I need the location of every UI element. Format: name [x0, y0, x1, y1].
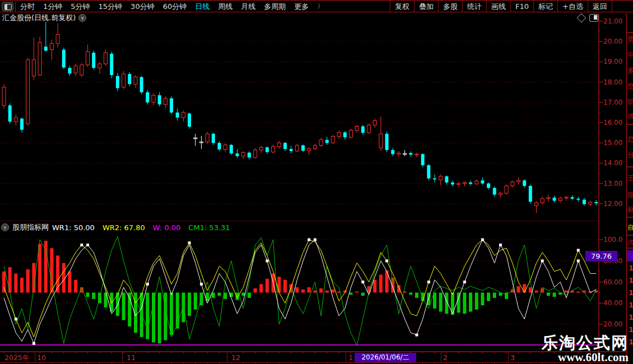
sliver-digit: 1 — [629, 276, 633, 284]
axis-separator — [35, 352, 35, 362]
menu-F10[interactable]: F10 — [510, 1, 533, 12]
layout-panel-icon[interactable] — [2, 2, 13, 11]
readout-3: CM1: 53.31 — [188, 223, 230, 232]
watermark-url: www.60lt.com — [542, 351, 629, 363]
year-label: 2025年 — [4, 353, 29, 363]
indicator-values: WR1: 50.00WR2: 67.80W: 0.00CM1: 53.31 — [52, 223, 230, 232]
more-arrow-icon[interactable]: 〉 — [317, 2, 324, 11]
price-label: 19.00 — [603, 58, 627, 66]
axis-separator — [227, 352, 227, 362]
stock-title[interactable]: 汇金股份(日线.前复权) — [2, 13, 76, 23]
chart-title-row: 汇金股份(日线.前复权) ∨ — [2, 13, 86, 22]
adjacent-window-sliver: 势中多空弱强总分王指标自次1111111 — [627, 0, 633, 364]
period-1分钟[interactable]: 1分钟 — [43, 2, 62, 12]
sliver-char: 标 — [627, 205, 633, 214]
indicator-name: 股朋指标网 — [12, 222, 49, 232]
top-menu-bar: 分时1分钟5分钟15分钟30分钟60分钟日线周线月线多周期更多〉 复权叠加多股统… — [0, 0, 633, 12]
axis-separator — [122, 352, 123, 362]
sliver-digit: 1 — [629, 288, 633, 297]
month-label: 10 — [37, 353, 46, 362]
watermark: 乐淘公式网 www.60lt.com — [542, 334, 629, 363]
indicator-label: 100.0 — [603, 236, 627, 244]
divider — [15, 1, 16, 12]
period-日线[interactable]: 日线 — [195, 2, 210, 12]
sliver-char: 自 — [627, 223, 633, 232]
watermark-site-name: 乐淘公式网 — [542, 334, 629, 351]
sliver-digit: 1 — [629, 338, 633, 346]
period-月线[interactable]: 月线 — [241, 2, 255, 12]
cursor-date-badge: 2026/01/06/二 — [355, 353, 416, 362]
month-label: 3 — [510, 353, 515, 362]
main-chart-canvas[interactable] — [0, 0, 633, 364]
price-label: 15.00 — [603, 139, 627, 147]
sliver-char: 总 — [627, 134, 633, 144]
axis-separator — [508, 352, 509, 362]
period-更多[interactable]: 更多 — [294, 2, 309, 12]
menu-叠加[interactable]: 叠加 — [414, 1, 438, 12]
price-label: 17.00 — [603, 99, 627, 106]
price-label: 12.00 — [603, 200, 627, 208]
period-30分钟[interactable]: 30分钟 — [131, 2, 155, 12]
sliver-char: 空 — [627, 82, 633, 91]
menu-返回[interactable]: 返回 — [588, 1, 612, 12]
current-value-badge: 79.76 — [585, 251, 617, 262]
indicator-readout-row: ∨ 股朋指标网 WR1: 50.00WR2: 67.80W: 0.00CM1: … — [1, 223, 230, 232]
indicator-label: 40.00 — [603, 299, 627, 307]
period-60分钟[interactable]: 60分钟 — [163, 2, 187, 12]
menu-统计[interactable]: 统计 — [462, 1, 486, 12]
price-label: 18.00 — [603, 78, 627, 86]
pane-corner-icons — [578, 14, 598, 22]
menu-标记[interactable]: 标记 — [533, 1, 557, 12]
sliver-char: 次 — [627, 237, 633, 247]
chevron-down-icon[interactable]: ∨ — [78, 14, 86, 22]
price-label: 13.00 — [603, 180, 627, 188]
month-label: 2 — [443, 353, 448, 362]
sliver-char: 弱 — [627, 97, 633, 107]
period-周线[interactable]: 周线 — [218, 2, 232, 12]
sliver-char: 指 — [627, 190, 633, 200]
menu-多股[interactable]: 多股 — [438, 1, 462, 12]
tools-menu: 复权叠加多股统计画线F10标记+自选返回 — [390, 1, 612, 12]
indicator-lines-layer — [0, 236, 599, 346]
period-多周期[interactable]: 多周期 — [264, 2, 286, 12]
candles-layer — [2, 22, 598, 213]
indicator-label: 60.00 — [603, 278, 627, 286]
period-15分钟[interactable]: 15分钟 — [99, 2, 123, 12]
sliver-digit: 1 — [629, 301, 633, 309]
period-分时[interactable]: 分时 — [20, 2, 35, 12]
chevron-down-icon[interactable]: ∨ — [1, 223, 9, 231]
month-label: 1 — [348, 353, 353, 362]
grid-layer — [0, 41, 599, 324]
price-label: 14.00 — [603, 159, 627, 167]
menu-+自选[interactable]: +自选 — [557, 1, 588, 12]
price-label: 21.00 — [603, 17, 627, 25]
price-label: 16.00 — [603, 119, 627, 127]
split-window-icon[interactable] — [589, 14, 598, 22]
sliver-char: 多 — [627, 66, 633, 76]
menu-画线[interactable]: 画线 — [486, 1, 510, 12]
month-label: 12 — [231, 353, 240, 362]
sliver-char: 强 — [627, 112, 633, 122]
sliver-char: 中 — [627, 50, 633, 60]
sliver-digit: 1 — [629, 264, 633, 272]
period-menu: 分时1分钟5分钟15分钟30分钟60分钟日线周线月线多周期更多〉 — [20, 1, 324, 12]
sliver-char: 分 — [627, 150, 633, 160]
readout-1: WR2: 67.80 — [103, 223, 145, 232]
sliver-digit: 1 — [629, 325, 633, 334]
diamond-marker-icon[interactable] — [577, 13, 587, 23]
indicator-label: 20.00 — [603, 320, 627, 328]
sliver-char: 势 — [627, 35, 633, 44]
sliver-digit: 1 — [629, 313, 633, 321]
price-label: 20.00 — [603, 38, 627, 45]
readout-2: W: 0.00 — [153, 223, 181, 232]
month-label: 11 — [127, 353, 136, 362]
readout-0: WR1: 50.00 — [52, 223, 95, 232]
axis-separator — [346, 352, 346, 362]
period-5分钟[interactable]: 5分钟 — [71, 2, 90, 12]
menu-复权[interactable]: 复权 — [390, 1, 414, 12]
sliver-badge — [627, 250, 633, 262]
sliver-char: 王 — [627, 174, 633, 183]
axis-separator — [441, 352, 441, 362]
